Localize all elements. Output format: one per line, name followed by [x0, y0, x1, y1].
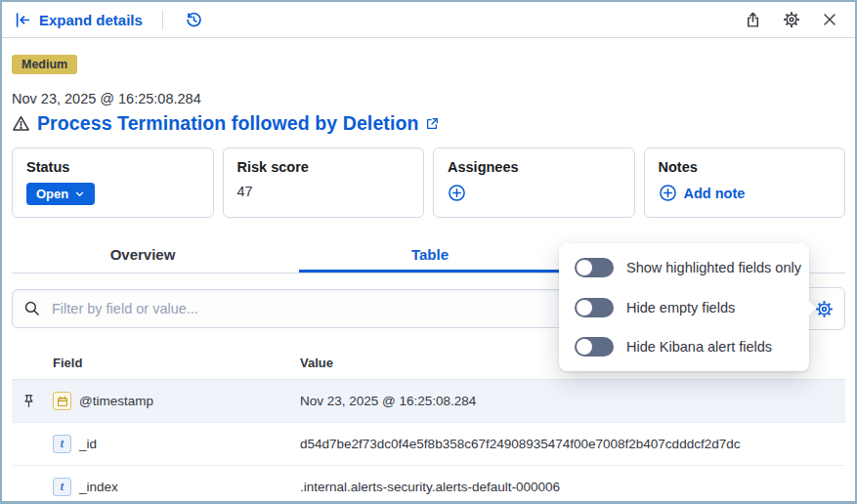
- alert-rule-title-link[interactable]: Process Termination followed by Deletion: [37, 112, 418, 135]
- close-flyout-button[interactable]: [820, 10, 839, 29]
- search-icon: [23, 300, 40, 316]
- status-card-label: Status: [26, 159, 199, 175]
- hide-empty-fields-toggle[interactable]: [575, 298, 614, 317]
- close-icon: [822, 12, 837, 27]
- pin-icon: [21, 394, 36, 408]
- table-row[interactable]: @timestamp Nov 23, 2025 @ 16:25:08.284: [12, 380, 845, 423]
- field-name: @timestamp: [79, 394, 153, 408]
- plus-in-circle-icon: [659, 184, 677, 202]
- flyout-settings-button[interactable]: [781, 9, 802, 30]
- alert-details-flyout: Expand details: [0, 0, 857, 504]
- gear-icon: [783, 11, 800, 28]
- header-divider: [162, 10, 163, 29]
- add-assignee-button[interactable]: [448, 184, 466, 202]
- plus-in-circle-icon: [448, 184, 466, 202]
- tab-table[interactable]: Table: [299, 236, 561, 273]
- table-settings-popover: Show highlighted fields only Hide empty …: [559, 243, 809, 371]
- status-card: Status Open: [12, 147, 214, 218]
- table-row[interactable]: t _index .internal.alerts-security.alert…: [12, 466, 845, 504]
- expand-details-button[interactable]: Expand details: [15, 12, 143, 28]
- field-value: .internal.alerts-security.alerts-default…: [292, 480, 845, 494]
- external-link-icon: [425, 117, 439, 131]
- notes-card: Notes Add note: [644, 147, 846, 218]
- severity-badge: Medium: [12, 55, 77, 74]
- toggle-knob: [577, 300, 592, 315]
- field-value: Nov 23, 2025 @ 16:25:08.284: [292, 394, 845, 408]
- warning-triangle-icon: [12, 114, 30, 133]
- tab-overview[interactable]: Overview: [12, 236, 274, 273]
- hide-kibana-alert-fields-toggle[interactable]: [575, 337, 614, 357]
- flyout-header: Expand details: [2, 2, 855, 38]
- pin-column-header: [12, 355, 45, 372]
- expand-details-label: Expand details: [39, 12, 143, 28]
- toggle-label: Show highlighted fields only: [626, 260, 801, 275]
- assignees-card: Assignees: [433, 147, 635, 218]
- add-note-label: Add note: [684, 186, 746, 201]
- share-icon: [745, 12, 761, 28]
- chevron-down-icon: [74, 189, 85, 199]
- alert-timestamp: Nov 23, 2025 @ 16:25:08.284: [12, 91, 845, 106]
- date-token-icon: [53, 392, 71, 410]
- risk-score-card: Risk score 47: [223, 147, 425, 218]
- notes-label: Notes: [659, 159, 832, 175]
- string-token-icon: t: [53, 478, 71, 496]
- history-clock-icon: [185, 11, 203, 29]
- risk-score-label: Risk score: [237, 159, 410, 175]
- string-token-icon: t: [53, 435, 71, 453]
- show-highlighted-fields-toggle[interactable]: [575, 258, 614, 277]
- add-note-button[interactable]: Add note: [659, 184, 746, 202]
- alert-summary-cards: Status Open Risk score 47 Assignees: [12, 147, 845, 218]
- gear-icon: [815, 300, 834, 318]
- field-column-header: Field: [45, 347, 292, 379]
- share-button[interactable]: [743, 10, 763, 30]
- field-name: _id: [79, 437, 97, 451]
- field-value: d54d7be2f73dc0f4e5f8b358c67f24908935474f…: [292, 437, 845, 451]
- alert-history-button[interactable]: [183, 9, 205, 31]
- field-name: _index: [79, 480, 118, 494]
- toggle-knob: [577, 339, 592, 355]
- risk-score-value: 47: [237, 184, 410, 199]
- assignees-label: Assignees: [448, 159, 621, 175]
- toggle-label: Hide Kibana alert fields: [626, 339, 772, 355]
- status-dropdown-button[interactable]: Open: [26, 183, 95, 205]
- expand-panel-left-icon: [15, 12, 31, 28]
- toggle-label: Hide empty fields: [626, 300, 735, 315]
- toggle-knob: [577, 260, 592, 275]
- status-value: Open: [36, 187, 68, 201]
- pin-field-button[interactable]: [20, 392, 38, 410]
- table-row[interactable]: t _id d54d7be2f73dc0f4e5f8b358c67f249089…: [12, 423, 845, 466]
